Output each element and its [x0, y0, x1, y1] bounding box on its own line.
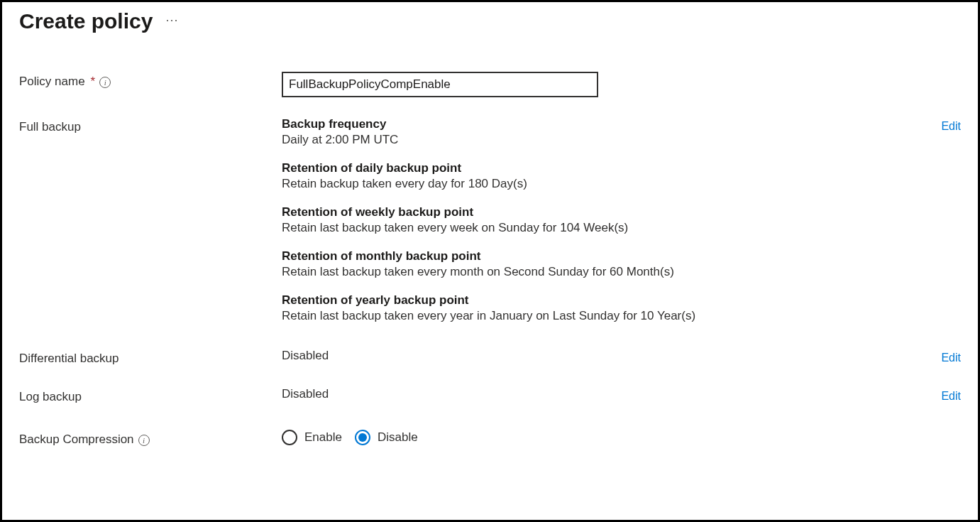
compression-enable-radio[interactable]: Enable — [282, 430, 342, 445]
radio-dot-icon — [358, 433, 367, 442]
log-backup-edit-link[interactable]: Edit — [941, 390, 961, 402]
compression-enable-label: Enable — [304, 430, 342, 445]
compression-disable-label: Disable — [378, 430, 418, 445]
log-backup-value: Disabled — [282, 387, 329, 401]
page-title: Create policy — [19, 9, 153, 33]
retention-weekly-value: Retain last backup taken every week on S… — [282, 221, 913, 235]
retention-weekly-heading: Retention of weekly backup point — [282, 205, 913, 219]
more-actions-button[interactable]: ··· — [165, 13, 178, 28]
full-backup-edit-link[interactable]: Edit — [941, 120, 961, 132]
backup-compression-label: Backup Compression — [19, 433, 134, 447]
compression-disable-radio[interactable]: Disable — [355, 430, 418, 445]
backup-frequency-value: Daily at 2:00 PM UTC — [282, 133, 913, 147]
info-icon[interactable]: i — [138, 435, 150, 446]
compression-radio-group: Enable Disable — [282, 425, 913, 445]
retention-monthly-value: Retain last backup taken every month on … — [282, 265, 913, 279]
retention-monthly-heading: Retention of monthly backup point — [282, 249, 913, 263]
differential-backup-label: Differential backup — [19, 352, 119, 365]
policy-name-input[interactable] — [282, 72, 598, 97]
info-icon[interactable]: i — [99, 77, 111, 88]
differential-backup-edit-link[interactable]: Edit — [941, 352, 961, 364]
retention-yearly-value: Retain last backup taken every year in J… — [282, 309, 913, 323]
log-backup-label: Log backup — [19, 390, 82, 403]
retention-daily-value: Retain backup taken every day for 180 Da… — [282, 177, 913, 191]
retention-daily-heading: Retention of daily backup point — [282, 161, 913, 175]
required-indicator: * — [91, 75, 96, 89]
differential-backup-value: Disabled — [282, 349, 329, 362]
policy-name-label: Policy name — [19, 75, 85, 89]
retention-yearly-heading: Retention of yearly backup point — [282, 293, 913, 308]
radio-checked-icon — [355, 430, 370, 445]
full-backup-label: Full backup — [19, 120, 81, 134]
backup-frequency-heading: Backup frequency — [282, 117, 913, 131]
radio-unchecked-icon — [282, 430, 297, 445]
